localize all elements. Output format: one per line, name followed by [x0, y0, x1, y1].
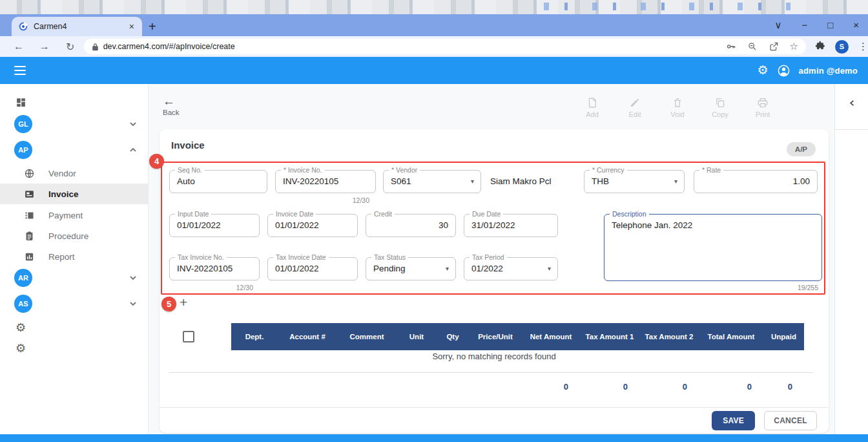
sidebar-item-configuration[interactable]: ⚙ Configuration	[0, 338, 149, 359]
cancel-button[interactable]: CANCEL	[764, 411, 817, 430]
tax-invoice-date-field[interactable]: Tax Invoice Date 01/01/2022	[267, 257, 358, 280]
chevron-down-icon	[129, 120, 137, 128]
select-all-cell	[160, 323, 231, 350]
total-tax-amount-2: 0	[639, 377, 699, 397]
ar-badge-icon: AR	[14, 269, 32, 287]
browser-menu-kebab-icon[interactable]: ⋮	[858, 41, 868, 52]
browser-profile-avatar[interactable]: S	[835, 40, 849, 54]
window-minimize-icon[interactable]: −	[801, 14, 807, 36]
empty-table-message: Sorry, no matching records found	[160, 352, 829, 361]
gl-badge-icon: GL	[14, 115, 32, 133]
save-button[interactable]: SAVE	[712, 411, 755, 430]
share-icon[interactable]	[769, 41, 779, 52]
sidebar-item-accounts-payable[interactable]: AP Accounts Payable	[0, 138, 149, 162]
add-line-button[interactable]: +	[180, 295, 187, 310]
screen: Carmen4 × + ∨ − □ × ← → ↻ dev.carmen4.co…	[0, 0, 868, 442]
user-avatar-icon[interactable]	[777, 64, 790, 78]
new-tab-button[interactable]: +	[149, 18, 156, 35]
browser-forward-icon[interactable]: →	[37, 41, 52, 52]
column-header: Comment	[337, 333, 397, 341]
favicon-carmen-icon	[18, 21, 28, 32]
input-date-field[interactable]: Input Date 01/01/2022	[169, 214, 260, 237]
sidebar: Dashboard GL General Ledger AP Accounts …	[0, 84, 149, 434]
tab-close-icon[interactable]: ×	[127, 21, 137, 32]
vendor-select[interactable]: * Vendor S061 ▾	[383, 170, 481, 193]
invoice-date-field[interactable]: Invoice Date 01/01/2022	[267, 214, 358, 237]
totals-row: 0 0 0 0 0	[231, 377, 804, 397]
edit-pencil-icon	[629, 97, 641, 109]
dropdown-arrow-icon: ▾	[471, 171, 474, 193]
due-date-field[interactable]: Due Date 31/01/2022	[464, 214, 558, 237]
window-controls: ∨ − □ ×	[774, 14, 863, 36]
key-icon[interactable]	[726, 41, 736, 52]
card-footer: SAVE CANCEL	[160, 407, 829, 433]
sidebar-item-dashboard[interactable]: Dashboard	[0, 92, 149, 112]
logged-in-user[interactable]: admin @demo	[799, 66, 858, 76]
print-printer-icon	[757, 97, 769, 109]
chevron-down-icon	[129, 300, 137, 308]
edit-button[interactable]: Edit	[621, 97, 648, 118]
sidebar-item-report[interactable]: Report	[0, 246, 149, 267]
sidebar-item-asset[interactable]: AS Asset	[0, 292, 149, 315]
app-settings-gear-icon[interactable]: ⚙	[758, 57, 769, 84]
chevron-down-icon	[129, 274, 137, 282]
browser-back-icon[interactable]: ←	[12, 41, 26, 52]
credit-field[interactable]: Credit 30	[366, 214, 456, 237]
sidebar-item-vendor[interactable]: Vendor	[0, 163, 149, 184]
sidebar-item-procedure[interactable]: Procedure	[0, 226, 149, 246]
currency-select[interactable]: * Currency THB ▾	[584, 170, 685, 193]
window-close-icon[interactable]: ×	[853, 14, 859, 36]
page-title: Invoice	[171, 140, 205, 151]
window-menu-icon[interactable]: ∨	[774, 14, 781, 36]
tax-status-select[interactable]: Tax Status Pending ▾	[366, 257, 456, 280]
browser-extras: S ⋮	[814, 40, 868, 54]
zoom-out-icon[interactable]	[747, 41, 758, 52]
chevron-up-icon	[129, 146, 137, 154]
total-tax-amount-1: 0	[580, 377, 639, 397]
hamburger-menu-icon[interactable]	[14, 66, 26, 76]
lock-icon	[92, 43, 99, 51]
copy-button[interactable]: Copy	[707, 97, 734, 118]
column-header: Total Amount	[699, 333, 763, 341]
ap-badge-icon: AP	[14, 141, 32, 159]
sidebar-item-general-ledger[interactable]: GL General Ledger	[0, 112, 149, 136]
ap-type-badge: A/P	[787, 142, 816, 156]
column-header: Price/Unit	[469, 333, 522, 341]
table-header-bar: Dept. Account # Comment Unit Qty Price/U…	[231, 323, 804, 350]
tax-invoice-no-field[interactable]: Tax Invoice No. INV-20220105	[169, 257, 260, 280]
void-button[interactable]: Void	[664, 97, 691, 118]
panel-expand-chevron-icon[interactable]	[835, 98, 868, 110]
tax-period-select[interactable]: Tax Period 01/2022 ▾	[464, 257, 558, 280]
app-bar: ⚙ admin @demo	[0, 57, 868, 84]
line-items-table-header: Dept. Account # Comment Unit Qty Price/U…	[160, 323, 829, 350]
browser-reload-icon[interactable]: ↻	[63, 41, 78, 53]
browser-tab[interactable]: Carmen4 ×	[12, 17, 142, 36]
sidebar-item-setting[interactable]: ⚙ Setting	[0, 317, 149, 338]
void-trash-icon	[672, 97, 683, 109]
vendor-name-display: Siam Makro Pcl	[490, 170, 552, 193]
back-button[interactable]: ← Back	[163, 96, 180, 116]
seq-no-field[interactable]: Seq No. Auto	[169, 170, 267, 193]
extensions-puzzle-icon[interactable]	[814, 40, 825, 54]
rate-field[interactable]: * Rate 1.00	[694, 170, 818, 193]
sidebar-item-accounts-receivable[interactable]: AR Accounts Receivable	[0, 266, 149, 289]
dropdown-arrow-icon: ▾	[446, 258, 449, 280]
annotation-step-5: 5	[161, 297, 176, 311]
print-button[interactable]: Print	[749, 97, 776, 118]
sidebar-item-payment[interactable]: Payment	[0, 205, 149, 226]
add-button[interactable]: Add	[579, 97, 606, 118]
invoice-no-field[interactable]: * Invoice No. INV-20220105	[275, 170, 376, 193]
as-badge-icon: AS	[14, 295, 32, 313]
window-maximize-icon[interactable]: □	[827, 14, 833, 36]
address-bar[interactable]: dev.carmen4.com/#/apInvoice/create ☆	[84, 39, 806, 54]
sidebar-item-invoice[interactable]: Invoice	[0, 184, 149, 204]
add-page-icon	[586, 97, 598, 109]
bottom-blue-strip	[0, 434, 868, 442]
bookmark-star-icon[interactable]: ☆	[790, 41, 798, 52]
url-text: dev.carmen4.com/#/apInvoice/create	[103, 42, 715, 51]
description-textarea[interactable]: Description Telephone Jan. 2022	[604, 214, 822, 281]
column-header: Qty	[437, 333, 469, 341]
select-all-checkbox[interactable]	[183, 331, 194, 342]
column-header: Unit	[397, 333, 437, 341]
column-header: Dept.	[231, 333, 278, 341]
